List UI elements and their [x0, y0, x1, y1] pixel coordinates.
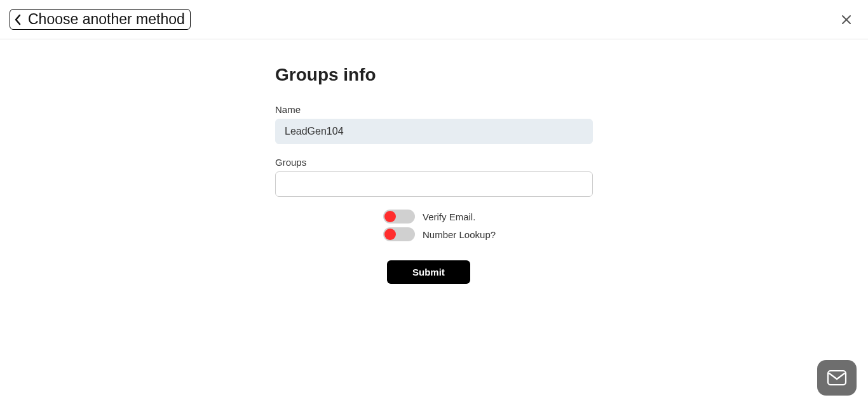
back-button[interactable]: Choose another method [10, 9, 191, 30]
groups-field-group: Groups [275, 157, 593, 197]
groups-input[interactable] [275, 171, 593, 197]
number-lookup-toggle[interactable] [383, 227, 415, 241]
groups-label: Groups [275, 157, 593, 168]
close-button[interactable] [837, 11, 855, 29]
toggle-knob [384, 229, 396, 240]
number-lookup-row: Number Lookup? [383, 227, 496, 241]
close-icon [840, 13, 853, 26]
page-title: Groups info [275, 65, 593, 85]
toggle-knob [384, 211, 396, 222]
submit-button[interactable]: Submit [387, 260, 470, 284]
mail-icon [827, 370, 847, 386]
svg-rect-0 [828, 371, 846, 385]
chevron-left-icon [14, 14, 22, 25]
form-content: Groups info Name Groups Verify Email. Nu… [275, 39, 593, 284]
header: Choose another method [0, 0, 868, 39]
toggles-section: Verify Email. Number Lookup? [383, 210, 593, 241]
name-field-group: Name [275, 104, 593, 144]
name-label: Name [275, 104, 593, 115]
help-fab[interactable] [817, 360, 857, 396]
verify-email-row: Verify Email. [383, 210, 475, 224]
back-label: Choose another method [28, 11, 185, 28]
number-lookup-label: Number Lookup? [423, 229, 496, 240]
verify-email-label: Verify Email. [423, 211, 475, 222]
name-input[interactable] [275, 119, 593, 144]
verify-email-toggle[interactable] [383, 210, 415, 224]
